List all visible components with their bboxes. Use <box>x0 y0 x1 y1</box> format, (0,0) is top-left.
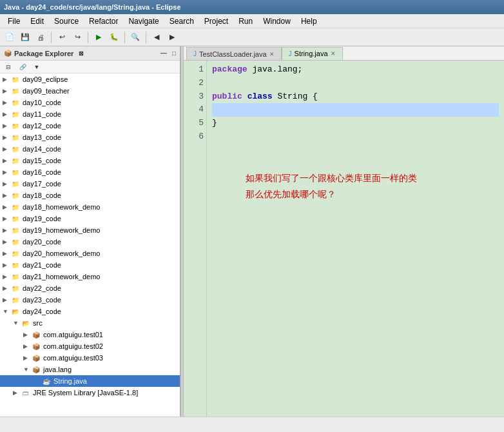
toolbar-debug[interactable]: 🐛 <box>107 30 121 44</box>
tree-item-day14-code[interactable]: ▶ 📁 day14_code <box>0 143 180 155</box>
tree-item-day18-hw[interactable]: ▶ 📁 day18_homework_demo <box>0 201 180 213</box>
label-src: src <box>33 319 43 327</box>
arrow-day19-hw: ▶ <box>3 227 10 233</box>
arrow-day24: ▼ <box>3 308 10 315</box>
menu-window[interactable]: Window <box>258 15 296 27</box>
menu-run[interactable]: Run <box>233 15 258 27</box>
tree-item-day21-hw[interactable]: ▶ 📁 day21_homework_demo <box>0 271 180 282</box>
arrow-day21-hw: ▶ <box>3 273 10 280</box>
pe-collapse-all[interactable]: ⊟ <box>1 60 15 74</box>
code-line-4 <box>212 103 499 117</box>
tree-item-src[interactable]: ▼ 📂 src <box>0 317 180 329</box>
tree-item-day10-code[interactable]: ▶ 📁 day10_code <box>0 97 180 108</box>
tree-item-java-lang[interactable]: ▼ 📦 java.lang <box>0 364 180 375</box>
package-explorer-minimize[interactable]: — <box>160 50 167 57</box>
editor-tabs: J TestClassLoader.java ✕ J String.java ✕ <box>184 46 504 61</box>
tree-item-day21-code[interactable]: ▶ 📁 day21_code <box>0 259 180 271</box>
label-day09-teacher: day09_teacher <box>23 87 70 95</box>
arrow-src: ▼ <box>13 320 21 326</box>
pe-view-menu[interactable]: ▼ <box>30 60 44 74</box>
folder-icon-day23: 📁 <box>10 295 21 305</box>
label-day23: day23_code <box>23 296 61 304</box>
label-day19-hw: day19_homework_demo <box>23 226 100 234</box>
label-day09-eclipse: day09_eclipse <box>23 75 68 83</box>
label-day18: day18_code <box>23 191 61 199</box>
arrow-day20: ▶ <box>3 239 10 245</box>
toolbar-prev[interactable]: ◀ <box>150 30 164 44</box>
menu-help[interactable]: Help <box>296 15 322 27</box>
tree-item-pkg1[interactable]: ▶ 📦 com.atguigu.test01 <box>0 329 180 340</box>
label-pkg3: com.atguigu.test03 <box>43 354 103 362</box>
pe-tree: ▶ 📁 day09_eclipse ▶ 📁 day09_teacher ▶ 📁 … <box>0 74 180 417</box>
arrow-day18-hw: ▶ <box>3 204 10 210</box>
tree-item-day17-code[interactable]: ▶ 📁 day17_code <box>0 178 180 190</box>
tree-item-day20-code[interactable]: ▶ 📁 day20_code <box>0 236 180 248</box>
tree-item-day20-hw[interactable]: ▶ 📁 day20_homework_demo <box>0 248 180 259</box>
menu-file[interactable]: File <box>3 15 25 27</box>
tab-testclassloader[interactable]: J TestClassLoader.java ✕ <box>186 47 282 60</box>
toolbar-new[interactable]: 📄 <box>3 30 17 44</box>
menu-navigate[interactable]: Navigate <box>123 15 164 27</box>
pe-link-editor[interactable]: 🔗 <box>15 60 30 74</box>
menu-source[interactable]: Source <box>49 15 84 27</box>
arrow-day12: ▶ <box>3 123 10 129</box>
package-icon-3: 📦 <box>31 353 41 363</box>
tree-item-pkg3[interactable]: ▶ 📦 com.atguigu.test03 <box>0 352 180 364</box>
tree-item-jre[interactable]: ▶ 🗃 JRE System Library [JavaSE-1.8] <box>0 387 180 398</box>
folder-icon-day21: 📁 <box>10 260 21 270</box>
arrow-pkg3: ▶ <box>23 355 31 361</box>
tab-close-string[interactable]: ✕ <box>331 50 336 57</box>
package-explorer-menu-icon[interactable]: ⊠ <box>79 50 84 57</box>
package-icon-2: 📦 <box>31 341 41 351</box>
tree-item-day16-code[interactable]: ▶ 📁 day16_code <box>0 166 180 178</box>
toolbar-redo[interactable]: ↪ <box>70 30 84 44</box>
tree-item-day19-code[interactable]: ▶ 📁 day19_code <box>0 213 180 224</box>
pe-toolbar: ⊟ 🔗 ▼ <box>0 61 180 74</box>
folder-icon-day13: 📁 <box>10 132 21 142</box>
tree-item-day18-code[interactable]: ▶ 📁 day18_code <box>0 190 180 201</box>
package-explorer-maximize[interactable]: □ <box>172 50 176 57</box>
toolbar-print[interactable]: 🖨 <box>34 30 48 44</box>
tree-item-day09-teacher[interactable]: ▶ 📁 day09_teacher <box>0 85 180 97</box>
arrow-day09-eclipse: ▶ <box>3 76 10 83</box>
folder-icon-day09-eclipse: 📁 <box>10 74 21 84</box>
tab-string[interactable]: J String.java ✕ <box>282 47 343 60</box>
arrow-pkg2: ▶ <box>23 343 31 349</box>
arrow-pkg1: ▶ <box>23 331 31 338</box>
folder-icon-day18-hw: 📁 <box>10 202 21 212</box>
line-num-3: 3 <box>185 90 204 104</box>
toolbar-run[interactable]: ▶ <box>92 30 106 44</box>
toolbar-save[interactable]: 💾 <box>18 30 32 44</box>
label-pkg1: com.atguigu.test01 <box>43 331 103 339</box>
toolbar-next[interactable]: ▶ <box>165 30 179 44</box>
tree-item-day22-code[interactable]: ▶ 📁 day22_code <box>0 282 180 294</box>
folder-icon-day21-hw: 📁 <box>10 271 21 282</box>
tree-item-day13-code[interactable]: ▶ 📁 day13_code <box>0 132 180 143</box>
arrow-day16: ▶ <box>3 169 10 175</box>
toolbar-search[interactable]: 🔍 <box>128 30 142 44</box>
tree-item-string-java[interactable]: ☕ String.java <box>0 375 180 387</box>
tree-item-day12-code[interactable]: ▶ 📁 day12_code <box>0 120 180 132</box>
tree-item-day09-eclipse[interactable]: ▶ 📁 day09_eclipse <box>0 74 180 85</box>
toolbar-undo[interactable]: ↩ <box>55 30 69 44</box>
label-day24: day24_code <box>23 308 61 315</box>
folder-icon-day14: 📁 <box>10 144 21 154</box>
folder-icon-day10: 📁 <box>10 97 21 108</box>
tab-close-testclassloader[interactable]: ✕ <box>269 51 275 57</box>
line-num-4: 4 <box>185 103 204 117</box>
tree-item-day19-hw[interactable]: ▶ 📁 day19_homework_demo <box>0 224 180 236</box>
menu-refactor[interactable]: Refactor <box>84 15 123 27</box>
code-editor[interactable]: package java.lang; public class String {… <box>207 61 504 417</box>
tree-item-day24-code[interactable]: ▼ 📂 day24_code <box>0 306 180 317</box>
jre-icon: 🗃 <box>21 388 31 398</box>
menu-project[interactable]: Project <box>199 15 233 27</box>
tree-item-day11-code[interactable]: ▶ 📁 day11_code <box>0 108 180 120</box>
tree-item-day15-code[interactable]: ▶ 📁 day15_code <box>0 155 180 166</box>
menu-search[interactable]: Search <box>164 15 199 27</box>
tree-item-pkg2[interactable]: ▶ 📦 com.atguigu.test02 <box>0 340 180 352</box>
arrow-java-lang: ▼ <box>23 366 31 373</box>
label-day17: day17_code <box>23 180 61 188</box>
menu-edit[interactable]: Edit <box>25 15 49 27</box>
tree-item-day23-code[interactable]: ▶ 📁 day23_code <box>0 294 180 306</box>
code-line-2 <box>212 77 499 90</box>
